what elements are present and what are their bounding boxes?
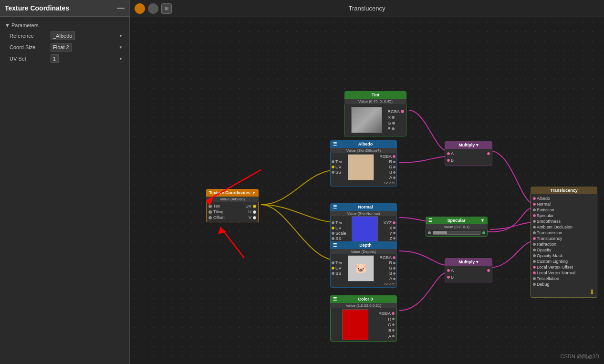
normal-out-xyz: XYZ [383, 220, 392, 225]
canvas-title: Translucency [349, 5, 385, 12]
specular-dropdown: ▼ [480, 218, 485, 223]
texcoord-pin-offset-dot [208, 216, 212, 219]
specular-body [426, 229, 488, 237]
trans-normal: Normal [537, 202, 551, 207]
normal-tex-lbl: Tex [335, 220, 342, 225]
trans-specular: Specular [537, 213, 554, 218]
reference-label: Reference [10, 33, 48, 39]
toolbar-btn-orange[interactable] [135, 3, 145, 14]
depth-select-lbl: Select [331, 282, 396, 287]
params-section: ▼ Parameters Reference _Albedo Coord Siz… [0, 17, 129, 68]
tint-rgba: RGBA [387, 109, 400, 114]
multiply-bot-body: A B [445, 266, 492, 282]
coord-size-select[interactable]: Float 2 [51, 43, 72, 52]
tint-rgba-dot [401, 110, 404, 113]
mul-bot-a: A [451, 268, 454, 273]
uv-set-select[interactable]: 1 [51, 54, 59, 63]
trans-smoothness: Smoothness [537, 219, 561, 224]
trans-opacity: Opacity [537, 248, 552, 252]
albedo-menu: ☰ [333, 142, 337, 146]
color0-subtitle: Value (1,0.02,0,0.31) [330, 303, 397, 308]
normal-out-x: X [389, 226, 392, 230]
node-multiply-top[interactable]: Multiply ▾ A B [445, 141, 492, 166]
trans-tessellation: Tessellation [537, 276, 559, 281]
albedo-pin-tex [332, 160, 334, 163]
specular-title: Specular [448, 218, 466, 223]
trans-ao: Ambient Occlusion [537, 225, 573, 229]
node-color0[interactable]: ☰ Color 0 Value (1,0.02,0,0.31) RGBA R G… [330, 295, 397, 342]
trans-opacity-mask: Opacity Mask [537, 253, 563, 258]
params-header[interactable]: ▼ Parameters [0, 21, 129, 30]
normal-ss-lbl: SS [335, 236, 341, 241]
texcoord-pin-tiling-dot [208, 210, 212, 214]
normal-title: Normal [358, 205, 373, 209]
node-tint[interactable]: Tint Value (0.45, 0, 0.45) RGBA R G B [344, 91, 406, 136]
top-toolbar: ⊞ Translucency [130, 0, 604, 17]
depth-out-b: B [389, 271, 392, 276]
depth-pin-ss [332, 272, 334, 275]
trans-albedo: Albedo [537, 196, 550, 201]
multiply-top-header: Multiply ▾ [445, 141, 492, 149]
depth-subtitle: Value (Depth1) [330, 249, 397, 254]
mul-bot-b: B [451, 275, 454, 280]
multiply-top-title: Multiply ▾ [458, 143, 479, 147]
depth-tex-lbl: Tex [335, 260, 342, 265]
texcoord-pin-u-dot [253, 210, 256, 214]
albedo-ss-lbl: SS [335, 170, 341, 175]
node-depth[interactable]: ☰ Depth Value (Depth1) Tex UV SS 🐷 RGBA [330, 241, 397, 288]
texcoord-pin-tiling: Tiling [213, 209, 223, 214]
color0-out-r: R [388, 317, 392, 322]
normal-uv-lbl: UV [335, 226, 342, 230]
node-specular[interactable]: ☰ Specular ▼ Value (0.2, 0.1) [426, 217, 488, 237]
coord-size-label: Coord Size [10, 44, 48, 50]
normal-pin-ss [332, 237, 334, 240]
normal-subtitle: Value (SkinNormal) [330, 211, 397, 216]
uv-set-row: UV Set 1 [0, 53, 129, 64]
depth-pin-tex [332, 261, 334, 264]
albedo-pin-uv [332, 166, 334, 168]
toolbar-btn-grid[interactable]: ⊞ [161, 3, 172, 14]
reference-select[interactable]: _Albedo [51, 31, 75, 40]
tint-r-dot [392, 116, 395, 119]
specular-header: ☰ Specular ▼ [426, 217, 488, 224]
toolbar-btn-circle[interactable] [148, 3, 158, 14]
albedo-out-r: R [389, 159, 393, 164]
tint-subtitle: Value (0.45, 0, 0.45) [344, 99, 406, 104]
tint-b-dot [392, 127, 395, 130]
albedo-out-rgba: RGBA [379, 154, 392, 159]
tint-title: Tint [372, 93, 379, 97]
node-albedo[interactable]: ☰ Albedo Value (SkinDiffuse7) Tex UV SS … [330, 140, 397, 187]
tint-body: RGBA R G B [344, 104, 406, 136]
albedo-uv-lbl: UV [335, 165, 342, 169]
depth-out-a: A [389, 276, 392, 281]
albedo-out-a: A [389, 175, 392, 180]
texcoord-pin-offset: Offset [213, 215, 225, 220]
normal-scale-lbl: Scale [335, 231, 346, 236]
mul-top-b: B [451, 158, 454, 163]
normal-out-y: Y [389, 231, 392, 236]
normal-pin-scale [332, 232, 334, 235]
specular-menu: ☰ [428, 218, 432, 223]
node-translucency[interactable]: Translucency Albedo Normal Emission Spec… [531, 187, 597, 298]
tint-b: B [387, 126, 390, 131]
node-multiply-bot[interactable]: Multiply ▾ A B [445, 258, 492, 282]
color0-out-rgba: RGBA [378, 311, 391, 316]
color0-title: Color 0 [358, 297, 373, 302]
panel-title-text: Texture Coordinates [5, 4, 69, 12]
depth-out-g: G [389, 266, 392, 270]
albedo-pin-rgba-out [393, 155, 396, 158]
red-arrow-left [201, 146, 263, 208]
color0-menu: ☰ [333, 297, 337, 302]
svg-line-0 [206, 170, 261, 201]
trans-debug: Debug [537, 282, 550, 287]
trans-custom-lighting: Custom Lighting [537, 259, 568, 264]
canvas-area[interactable]: Texture Coordinates ▼ Value (Albedo) Tex… [130, 17, 604, 364]
trans-refraction: Refraction [537, 242, 556, 247]
minimize-button[interactable]: — [117, 4, 125, 12]
texcoord-pin-u: U [249, 209, 252, 214]
trans-translucency: Translucency [537, 236, 562, 241]
uv-set-label: UV Set [10, 56, 48, 62]
reference-row: Reference _Albedo [0, 30, 129, 42]
specular-subtitle: Value (0.2, 0.1) [426, 224, 488, 229]
trans-emission: Emission [537, 208, 554, 212]
